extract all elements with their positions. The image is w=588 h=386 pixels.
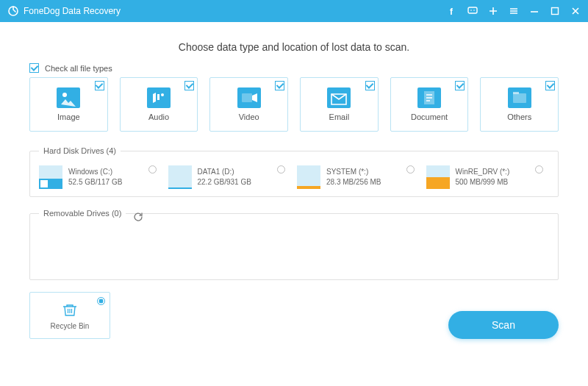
add-icon[interactable] bbox=[488, 6, 498, 16]
svg-rect-8 bbox=[242, 93, 252, 102]
type-card-image[interactable]: Image bbox=[29, 77, 108, 132]
email-icon bbox=[327, 87, 351, 108]
drive-text: DATA1 (D:)22.2 GB/931 GB bbox=[198, 165, 251, 187]
check-all-checkbox[interactable] bbox=[29, 63, 39, 73]
video-icon bbox=[237, 87, 261, 108]
maximize-button[interactable] bbox=[550, 6, 560, 16]
drive-text: SYSTEM (*:)28.3 MB/256 MB bbox=[326, 165, 381, 187]
type-checkbox[interactable] bbox=[545, 81, 555, 90]
drive-system-[interactable]: SYSTEM (*:)28.3 MB/256 MB bbox=[297, 165, 420, 189]
type-card-video[interactable]: Video bbox=[209, 77, 288, 132]
app-icon bbox=[7, 5, 19, 17]
svg-rect-5 bbox=[552, 8, 559, 15]
type-checkbox[interactable] bbox=[455, 81, 465, 90]
refresh-icon[interactable] bbox=[133, 212, 143, 225]
recycle-bin-card[interactable]: Recycle Bin bbox=[29, 292, 110, 339]
removable-body bbox=[39, 228, 549, 272]
others-icon bbox=[508, 87, 531, 108]
svg-rect-11 bbox=[513, 92, 519, 94]
drive-windows-c-[interactable]: Windows (C:)52.5 GB/117 GB bbox=[39, 165, 162, 189]
removable-group: Removable Drives (0) bbox=[29, 209, 559, 280]
type-card-email[interactable]: Email bbox=[300, 77, 379, 132]
trash-icon bbox=[62, 301, 78, 318]
image-icon bbox=[57, 87, 80, 108]
drive-radio[interactable] bbox=[406, 165, 415, 174]
app-title: FoneDog Data Recovery bbox=[24, 6, 121, 16]
drives-row: Windows (C:)52.5 GB/117 GB DATA1 (D:)22.… bbox=[39, 165, 549, 189]
audio-icon bbox=[147, 87, 171, 108]
scan-button[interactable]: Scan bbox=[448, 311, 559, 339]
close-button[interactable] bbox=[570, 6, 581, 16]
app-logo: FoneDog Data Recovery bbox=[7, 5, 121, 17]
drive-icon bbox=[168, 165, 192, 189]
type-card-audio[interactable]: Audio bbox=[120, 77, 198, 132]
type-label: Image bbox=[57, 112, 80, 121]
drive-icon bbox=[426, 165, 450, 189]
type-card-document[interactable]: Document bbox=[390, 77, 469, 132]
removable-legend: Removable Drives (0) bbox=[39, 209, 126, 218]
minimize-button[interactable] bbox=[529, 6, 539, 16]
drive-winre-drv-[interactable]: WinRE_DRV (*:)500 MB/999 MB bbox=[426, 165, 550, 189]
hard-disk-group: Hard Disk Drives (4) Windows (C:)52.5 GB… bbox=[29, 146, 559, 197]
type-label: Document bbox=[411, 112, 448, 121]
recycle-bin-radio[interactable] bbox=[97, 297, 105, 305]
feedback-icon[interactable] bbox=[467, 6, 478, 16]
type-label: Audio bbox=[148, 112, 169, 121]
svg-text:f: f bbox=[450, 7, 453, 15]
type-card-others[interactable]: Others bbox=[480, 77, 559, 132]
check-all-row[interactable]: Check all file types bbox=[29, 63, 559, 73]
drive-text: WinRE_DRV (*:)500 MB/999 MB bbox=[456, 165, 510, 187]
svg-point-4 bbox=[473, 10, 475, 11]
check-all-label: Check all file types bbox=[45, 64, 112, 73]
type-checkbox[interactable] bbox=[275, 81, 284, 90]
svg-rect-2 bbox=[468, 7, 477, 13]
file-type-grid: Image Audio Video Email Document Others bbox=[29, 77, 559, 132]
drive-data1-d-[interactable]: DATA1 (D:)22.2 GB/931 GB bbox=[168, 165, 292, 189]
drive-text: Windows (C:)52.5 GB/117 GB bbox=[68, 165, 122, 187]
type-label: Video bbox=[239, 112, 259, 121]
document-icon bbox=[417, 87, 441, 108]
drive-icon bbox=[297, 165, 320, 189]
drive-radio[interactable] bbox=[277, 165, 285, 174]
type-checkbox[interactable] bbox=[95, 81, 104, 90]
hard-disk-legend: Hard Disk Drives (4) bbox=[39, 146, 121, 155]
recycle-bin-label: Recycle Bin bbox=[51, 322, 90, 330]
page-heading: Choose data type and location of lost da… bbox=[29, 41, 559, 53]
svg-point-3 bbox=[470, 10, 472, 11]
type-checkbox[interactable] bbox=[365, 81, 375, 90]
menu-icon[interactable] bbox=[509, 6, 519, 16]
type-label: Others bbox=[507, 112, 531, 121]
svg-point-7 bbox=[161, 93, 164, 96]
type-label: Email bbox=[329, 112, 350, 121]
drive-radio[interactable] bbox=[148, 165, 157, 174]
drive-icon bbox=[39, 165, 62, 189]
drive-radio[interactable] bbox=[535, 165, 543, 174]
facebook-icon[interactable]: f bbox=[447, 6, 457, 16]
svg-point-6 bbox=[62, 93, 67, 97]
type-checkbox[interactable] bbox=[184, 81, 194, 90]
svg-rect-10 bbox=[513, 93, 526, 103]
titlebar: FoneDog Data Recovery f bbox=[0, 0, 588, 22]
